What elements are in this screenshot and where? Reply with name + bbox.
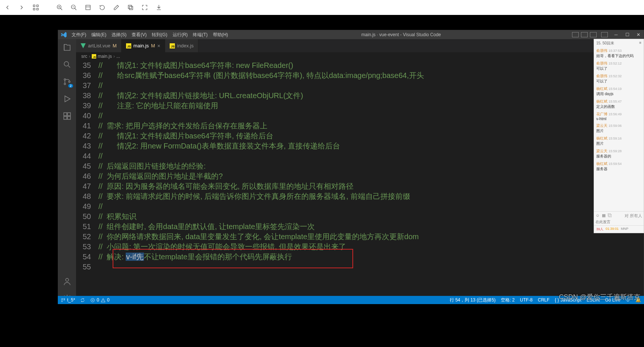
menu-edit[interactable]: 编辑(E): [89, 31, 109, 39]
git-branch[interactable]: t_5*: [61, 297, 75, 303]
scm-badge: 2: [68, 84, 73, 88]
problems[interactable]: 0 0: [90, 297, 109, 303]
code-line[interactable]: 43// 情况2: 用new FormData()表单数据直接装文件本身, 直接…: [76, 141, 644, 151]
chat-message: 梁云天15:59:28服务器的: [596, 149, 641, 159]
emoji-icon[interactable]: ☺: [596, 213, 600, 219]
sync-icon[interactable]: [80, 298, 85, 303]
cursor-position[interactable]: 行 54，列 13 (已选择5): [450, 297, 496, 303]
account-icon[interactable]: [62, 276, 72, 287]
code-line[interactable]: 52// 你的网络请求数据回来, data里变量发生了变化, 会让templat…: [76, 232, 644, 242]
line-number: 55: [76, 262, 98, 272]
code-line[interactable]: 40//: [76, 111, 644, 121]
line-number: 41: [76, 121, 98, 131]
chat-timestamp: 15:56:49: [609, 112, 622, 116]
copy-icon[interactable]: [127, 4, 134, 11]
edit-icon[interactable]: [113, 4, 120, 11]
line-number: 43: [76, 141, 98, 151]
menu-run[interactable]: 运行(R): [170, 31, 190, 39]
back-icon[interactable]: [4, 4, 11, 11]
line-number: 50: [76, 212, 98, 222]
code-content: [98, 262, 644, 272]
code-line[interactable]: 55: [76, 262, 644, 272]
close-icon[interactable]: ✕: [633, 31, 644, 39]
fullscreen-icon[interactable]: [141, 4, 148, 11]
extensions-icon[interactable]: [62, 111, 72, 121]
menu-terminal[interactable]: 终端(T): [191, 31, 210, 39]
attach-icon[interactable]: ⿻: [608, 213, 612, 219]
search-icon[interactable]: [62, 59, 72, 70]
code-line[interactable]: 37//: [76, 81, 644, 91]
layout-left-icon[interactable]: [572, 32, 579, 37]
code-line[interactable]: 51// 组件创建时, 会用data里的默认值, 让template里标签先渲染…: [76, 222, 644, 232]
chat-messages[interactable]: 俞朋伟15:37:53姐哥，看看下边的代码俞朋伟15:52:12可以了俞朋伟15…: [594, 47, 644, 211]
menu-selection[interactable]: 选择(S): [109, 31, 129, 39]
code-line[interactable]: 50// 积累知识: [76, 212, 644, 222]
tab-label: artList.vue: [88, 43, 110, 49]
tab-artlist[interactable]: artList.vue M: [76, 39, 122, 52]
watermark: CSDN @爱你三千遍斯塔克: [559, 293, 640, 301]
code-content: // 情况2: 用new FormData()表单数据直接装文件本身, 直接传递…: [98, 141, 644, 151]
code-line[interactable]: 49//: [76, 201, 644, 212]
chat-input[interactable]: [596, 220, 642, 224]
chat-text: 图片: [596, 128, 641, 134]
encoding[interactable]: UTF-8: [520, 297, 533, 303]
eol[interactable]: CRLF: [538, 297, 549, 303]
forward-icon[interactable]: [18, 4, 25, 11]
layout-bottom-icon[interactable]: [581, 32, 588, 37]
line-number: 46: [76, 171, 98, 181]
source-control-icon[interactable]: 2: [62, 76, 72, 87]
minimize-icon[interactable]: ─: [611, 31, 621, 39]
code-line[interactable]: 39// 注意: 它的地址只能在前端使用: [76, 101, 644, 111]
chat-timestamp: 15:59:06: [609, 124, 622, 128]
layout-controls: [572, 32, 608, 37]
code-content: // 需求: 把用户选择的文件发给后台保存在服务器上: [98, 121, 644, 131]
menu-file[interactable]: 文件(F): [69, 31, 88, 39]
code-line[interactable]: 42// 情况1: 文件转成图片base64字符串, 传递给后台: [76, 131, 644, 141]
maximize-icon[interactable]: ☐: [622, 31, 632, 39]
code-line[interactable]: 38// 情况2: 文件转成图片链接地址: URL.createObjURL(文…: [76, 91, 644, 101]
zoom-in-icon[interactable]: [56, 4, 63, 11]
code-editor[interactable]: 35// 情况1: 文件转成图片base64字符串: new FileReade…: [76, 60, 644, 304]
chat-text: 服务器的: [596, 154, 641, 159]
chat-timestamp: 15:55:47: [609, 100, 622, 103]
download-icon[interactable]: [155, 4, 163, 11]
tab-main-js[interactable]: JS main.js M ×: [122, 39, 165, 52]
code-line[interactable]: 45// 后端返回图片链接地址的经验:: [76, 161, 644, 171]
code-line[interactable]: 47// 原因: 因为服务器的域名可能会来回变化, 所以数据库里的地址只有相对路…: [76, 181, 644, 191]
menu-view[interactable]: 查看(V): [129, 31, 149, 39]
menu-icon[interactable]: ≡: [639, 41, 641, 46]
title-bar: 文件(F) 编辑(E) 选择(S) 查看(V) 转到(G) 运行(R) 终端(T…: [58, 30, 644, 39]
menu-help[interactable]: 帮助(H): [211, 31, 230, 39]
tab-index-js[interactable]: JS index.js: [165, 39, 198, 52]
code-line[interactable]: 36// 给src属性赋予base64字符串 (图片数据转base64字符串),…: [76, 71, 644, 81]
breadcrumb-item[interactable]: ...: [116, 54, 120, 59]
indentation[interactable]: 空格: 2: [501, 297, 515, 303]
explorer-icon[interactable]: [62, 42, 72, 53]
layout-right-icon[interactable]: [590, 32, 597, 37]
breadcrumb-item[interactable]: main.js: [98, 54, 112, 59]
close-tab-icon[interactable]: ×: [157, 43, 160, 49]
line-number: 39: [76, 101, 98, 111]
send-target[interactable]: 对 所有人: [625, 213, 642, 219]
menu-go[interactable]: 转到(G): [150, 31, 169, 39]
fit-icon[interactable]: [84, 4, 92, 11]
rotate-icon[interactable]: [98, 4, 106, 11]
chat-text: 姐哥，看看下边的代码: [596, 53, 641, 59]
code-line[interactable]: 35// 情况1: 文件转成图片base64字符串: new FileReade…: [76, 60, 644, 71]
code-line[interactable]: 53// 小问题: 第一次渲染的时候无值可能会导致一些报错, 但是效果还是出来了: [76, 242, 644, 252]
code-line[interactable]: 48// 要求: 前端请求此图片的时候, 后端告诉你图片文件真身所在的服务器域名…: [76, 191, 644, 201]
code-line[interactable]: 46// 为何后端返回的图片地址是半截的?: [76, 171, 644, 181]
breadcrumb[interactable]: src › JS main.js › ...: [76, 52, 644, 60]
image-icon[interactable]: ▦: [602, 213, 606, 219]
code-line[interactable]: 41// 需求: 把用户选择的文件发给后台保存在服务器上: [76, 121, 644, 131]
vscode-logo-icon: [60, 31, 67, 38]
grid-icon[interactable]: [32, 4, 40, 11]
code-line[interactable]: 54// 解决: v-if先不让template里会报错的那个代码先屏蔽执行: [76, 252, 644, 262]
breadcrumb-item[interactable]: src: [81, 54, 87, 59]
run-debug-icon[interactable]: [62, 94, 72, 104]
zoom-out-icon[interactable]: [70, 4, 78, 11]
chat-text: 服务器: [596, 166, 641, 172]
layout-full-icon[interactable]: [601, 32, 608, 37]
code-line[interactable]: 44//: [76, 151, 644, 161]
js-file-icon: JS: [126, 43, 131, 49]
